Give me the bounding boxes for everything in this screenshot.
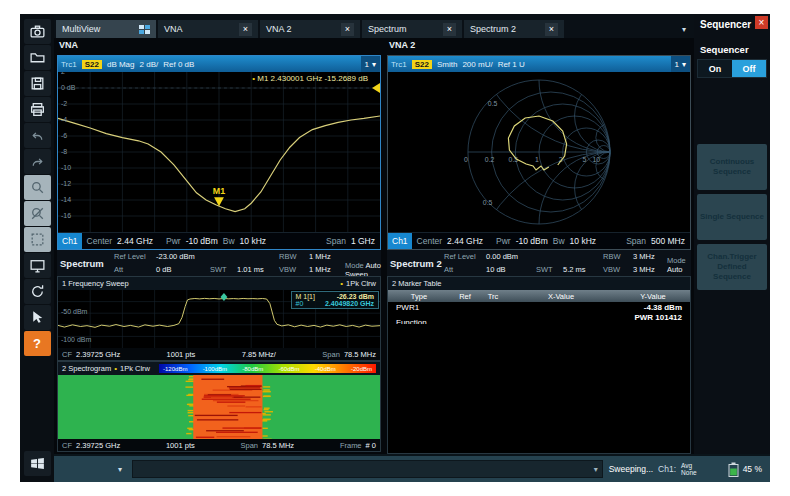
vna2-trace-header[interactable]: Trc1 S22 Smith 200 mU/ Ref 1 U 1▾ [388,56,690,72]
trace-mode[interactable]: •1Pk Clrw [340,279,376,288]
zoom-off-icon[interactable] [24,201,51,226]
mode-label: Mode [345,261,364,270]
span-label: Span [326,236,346,246]
save-icon[interactable] [24,71,51,96]
spectrum-settings-header[interactable]: Spectrum Ref Level-23.00 dBm RBW1 MHz At… [57,250,381,276]
svg-text:5: 5 [582,156,586,163]
tab-multiview[interactable]: MultiView [56,20,156,38]
tab-vna2[interactable]: VNA 2× [260,20,360,38]
select-area-icon[interactable] [24,227,51,252]
channel-badge[interactable]: Ch1 [58,233,82,249]
close-icon[interactable]: × [755,16,768,29]
swt-label: SWT [536,265,563,274]
svg-text:0: 0 [464,156,468,163]
ref-level-value[interactable]: -23.00 dBm [156,252,210,261]
undo-icon[interactable] [24,123,51,148]
continuous-sequence-button[interactable]: Continuous Sequence [697,144,767,190]
chan-trigger-defined-sequence-button[interactable]: Chan.Trigger Defined Sequence [697,244,767,290]
smith-chart-plot: 0 0.2 0.5 1 2 5 10 0.5 0.5 [388,72,690,232]
sparam-badge: S22 [412,60,432,69]
window1-title: 1 Frequency Sweep [62,279,129,288]
bullet-icon: • [340,279,343,288]
help-question-glyph: ? [33,336,41,351]
sequencer-off-button[interactable]: Off [732,60,766,77]
frequency-sweep-window: 1 Frequency Sweep •1Pk Clrw M 1[1]-26.23… [57,276,381,361]
tab-vna[interactable]: VNA× [158,20,258,38]
window-select-dropdown[interactable]: 1▾ [671,56,690,72]
zoom-icon[interactable] [24,175,51,200]
vbw-value[interactable]: 3 MHz [633,265,667,274]
marker-table-title: 2 Marker Table [392,279,441,288]
swt-value[interactable]: 5.2 ms [563,265,603,274]
sequencer-sidebar: Sequencer × Sequencer On Off Continuous … [694,14,770,454]
pwr-value[interactable]: -10 dBm [516,236,548,246]
bw-value[interactable]: 10 kHz [570,236,596,246]
trace-format: Smith [437,60,457,69]
windows-icon[interactable] [24,451,51,476]
battery-status: 45 % [728,462,762,477]
rbw-value[interactable]: 1 MHz [309,252,345,261]
center-value[interactable]: 2.44 GHz [447,236,483,246]
display-icon[interactable] [24,253,51,278]
swt-value[interactable]: 1.01 ms [237,265,279,274]
refresh-icon[interactable] [24,279,51,304]
swt-label: SWT [210,265,237,274]
camera-icon[interactable] [24,19,51,44]
sequencer-on-button[interactable]: On [698,60,732,77]
print-icon[interactable] [24,97,51,122]
spectrum2-title: Spectrum 2 [387,258,444,269]
pwr-value[interactable]: -10 dBm [186,236,218,246]
tab-spectrum2[interactable]: Spectrum 2× [464,20,564,38]
att-label: Att [444,265,486,274]
span-value[interactable]: 1 GHz [351,236,375,246]
center-value[interactable]: 2.44 GHz [117,236,153,246]
close-icon[interactable]: × [239,23,252,36]
sweeping-text: Sweeping... [609,464,653,474]
svg-text:1: 1 [535,156,539,163]
multiview-grid-icon [139,25,150,34]
span-label: Span [626,236,646,246]
trace-mode[interactable]: •1Pk Clrw [114,364,150,373]
redo-icon[interactable] [24,149,51,174]
tab-label: VNA 2 [266,24,292,34]
bullet-icon: • [114,364,117,373]
svg-text:0.2: 0.2 [485,156,495,163]
trace-scale: 200 mU/ [462,60,492,69]
span-value[interactable]: 500 MHz [651,236,685,246]
vna-panel-title: VNA [54,38,384,55]
att-value[interactable]: 10 dB [486,265,536,274]
close-icon[interactable]: × [341,23,354,36]
tab-label: Spectrum [368,24,407,34]
channel-text: Ch1: [658,464,676,474]
vbw-value[interactable]: 1 MHz [309,265,345,274]
bw-value[interactable]: 10 kHz [240,236,266,246]
tab-overflow-icon[interactable]: ▾ [682,25,692,38]
folder-open-icon[interactable] [24,45,51,70]
status-dropdown[interactable]: ▾ [58,461,126,477]
table-row[interactable]: FunctionPWR 101412 NRP8S [388,313,690,324]
chevron-down-icon: ▾ [372,60,376,69]
tab-spectrum[interactable]: Spectrum× [362,20,462,38]
table-row[interactable]: PWR1-4.38 dBm [388,302,690,313]
instrument-app: ? MultiView VNA× VNA 2× Spectrum× Spectr… [20,14,770,482]
close-icon[interactable]: × [443,23,456,36]
help-icon[interactable]: ? [24,331,51,356]
status-message-field[interactable]: ▾ [132,460,603,478]
close-icon[interactable]: × [545,23,558,36]
spectrum2-settings-header[interactable]: Spectrum 2 Ref Level0.00 dBm RBW3 MHz At… [387,250,691,276]
window-select-dropdown[interactable]: 1▾ [361,56,380,72]
att-value[interactable]: 0 dB [156,265,210,274]
ref-level-value[interactable]: 0.00 dBm [486,252,536,261]
sequencer-gap [694,78,770,142]
channel-badge[interactable]: Ch1 [388,233,412,249]
vna2-panel-title: VNA 2 [384,38,694,55]
sequencer-section-label: Sequencer [694,36,770,59]
spectrum-plot: M 1[1]-26.23 dBm #02.4049820 GHz -50 dBm… [58,290,380,348]
vna-trace-header[interactable]: Trc1 S22 dB Mag 2 dB/ Ref 0 dB 1▾ [58,56,380,72]
rbw-value[interactable]: 3 MHz [633,252,667,261]
pointer-help-icon[interactable] [24,305,51,330]
sequencer-panel-title: Sequencer [700,16,751,30]
single-sequence-button[interactable]: Single Sequence [697,194,767,240]
marker-table-filler [388,324,690,453]
marker-table-window: 2 Marker Table TypeRefTrcX-ValueY-Value … [387,276,691,454]
